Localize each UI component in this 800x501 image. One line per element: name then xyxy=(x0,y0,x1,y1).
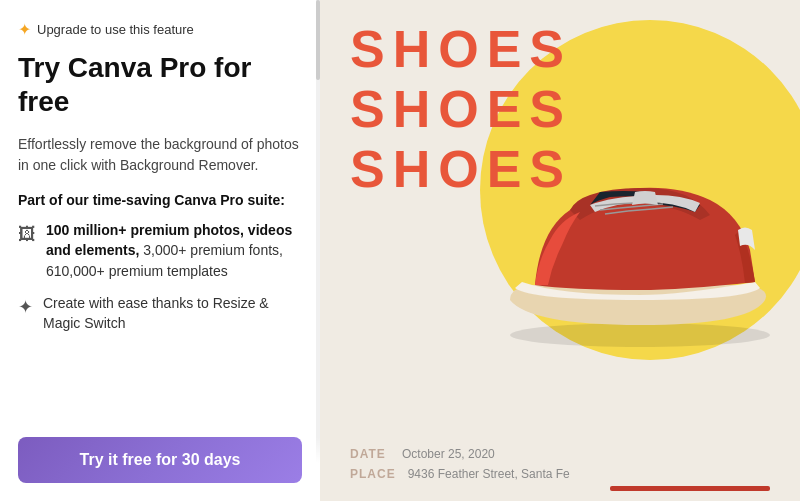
image-icon: 🖼 xyxy=(18,221,36,247)
date-label: DATE xyxy=(350,447,390,461)
feature-list: 🖼 100 million+ premium photos, videos an… xyxy=(18,220,302,333)
place-label: PLACE xyxy=(350,467,396,481)
upgrade-badge: ✦ Upgrade to use this feature xyxy=(18,20,302,39)
feature-text-2: Create with ease thanks to Resize & Magi… xyxy=(43,293,302,334)
feature-item: 🖼 100 million+ premium photos, videos an… xyxy=(18,220,302,281)
left-panel: ✦ Upgrade to use this feature Try Canva … xyxy=(0,0,320,501)
magic-icon: ✦ xyxy=(18,294,33,320)
headline: Try Canva Pro for free xyxy=(18,51,302,118)
feature-item: ✦ Create with ease thanks to Resize & Ma… xyxy=(18,293,302,334)
svg-line-4 xyxy=(615,203,635,204)
svg-point-0 xyxy=(510,323,770,347)
bottom-info: DATE October 25, 2020 PLACE 9436 Feather… xyxy=(350,447,570,481)
bottom-decorative-line xyxy=(610,486,770,491)
shoes-line-1: SHOES xyxy=(350,20,572,80)
date-row: DATE October 25, 2020 xyxy=(350,447,570,461)
sneaker-image xyxy=(480,130,790,350)
cta-button[interactable]: Try it free for 30 days xyxy=(18,437,302,483)
left-bottom: Try it free for 30 days xyxy=(0,437,320,501)
place-row: PLACE 9436 Feather Street, Santa Fe xyxy=(350,467,570,481)
upgrade-badge-text: Upgrade to use this feature xyxy=(37,22,194,37)
star-icon: ✦ xyxy=(18,20,31,39)
feature-text-1: 100 million+ premium photos, videos and … xyxy=(46,220,302,281)
right-panel: SHOES SHOES SHOES xyxy=(320,0,800,501)
description: Effortlessly remove the background of ph… xyxy=(18,134,302,176)
place-value: 9436 Feather Street, Santa Fe xyxy=(408,467,570,481)
suite-label: Part of our time-saving Canva Pro suite: xyxy=(18,192,302,208)
date-value: October 25, 2020 xyxy=(402,447,495,461)
